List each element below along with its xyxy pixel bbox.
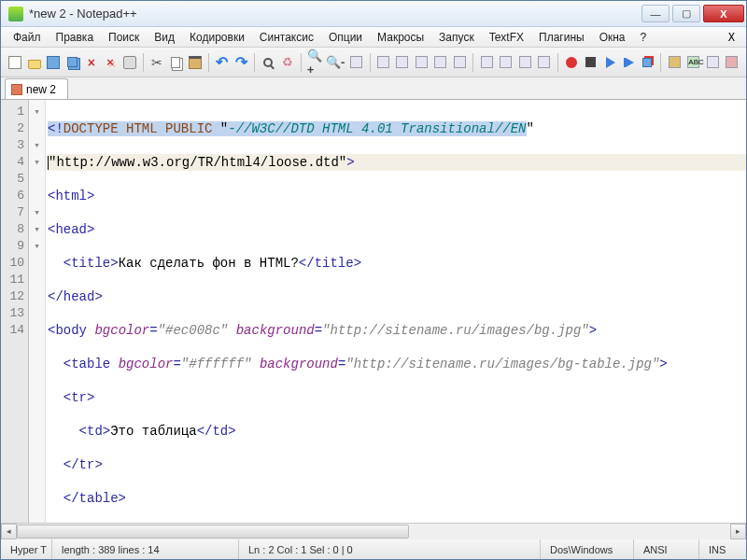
zoom-out-button[interactable]: 🔍- [325, 52, 345, 73]
tab-modified-icon [11, 84, 22, 95]
cut-button[interactable]: ✂ [148, 52, 165, 73]
scroll-left-button[interactable]: ◂ [1, 524, 17, 539]
indent-icon [416, 56, 428, 68]
macro-play-button[interactable] [600, 52, 617, 73]
close-all-button[interactable]: × [102, 52, 119, 73]
fold-marker[interactable]: ▾ [29, 221, 45, 238]
code-line-2[interactable]: "http://www.w3.org/TR/html4/loose.dtd"> [48, 154, 746, 171]
save-all-button[interactable] [63, 52, 80, 73]
hidden-button[interactable] [535, 52, 552, 73]
code-line-12[interactable]: </table> [48, 490, 746, 507]
save-button[interactable] [45, 52, 62, 73]
fold-marker [29, 188, 45, 204]
funclist-button[interactable] [478, 52, 495, 73]
code-line-4[interactable]: <head> [48, 221, 746, 238]
menu-textfx[interactable]: TextFX [483, 29, 530, 46]
scroll-track[interactable] [17, 524, 730, 539]
macro-record-button[interactable] [562, 52, 579, 73]
menu-macros[interactable]: Макросы [371, 29, 430, 46]
code-line-8[interactable]: <table bgcolor="#ffffff" background="htt… [48, 356, 746, 372]
menu-windows[interactable]: Окна [593, 29, 632, 46]
macro-play-multi-button[interactable] [620, 52, 637, 73]
tab-new2[interactable]: new 2 [5, 78, 68, 99]
fold-marker[interactable]: ▾ [29, 154, 45, 171]
extra3-button[interactable] [704, 52, 721, 73]
fold-marker[interactable]: ▾ [29, 204, 45, 221]
fold-button[interactable] [497, 52, 514, 73]
code-line-7[interactable]: <body bgcolor="#ec008c" background="http… [48, 322, 746, 339]
docmap-icon [454, 56, 466, 68]
fold-marker[interactable]: ▾ [29, 104, 45, 120]
maximize-button[interactable]: ▢ [672, 5, 700, 22]
minimize-button[interactable]: — [641, 5, 669, 22]
new-file-button[interactable] [7, 52, 23, 73]
funclist-icon [481, 56, 493, 68]
status-language: Hyper T [1, 539, 52, 559]
menu-encoding[interactable]: Кодировки [183, 29, 251, 46]
sync-vscroll-button[interactable] [347, 52, 364, 73]
copy-button[interactable] [167, 52, 184, 73]
code-line-1[interactable]: <!DOCTYPE HTML PUBLIC "-//W3C//DTD HTML … [48, 120, 746, 137]
line-number: 7 [1, 204, 24, 221]
docmap-button[interactable] [451, 52, 468, 73]
indent-guide-button[interactable] [413, 52, 430, 73]
code-line-6[interactable]: </head> [48, 288, 746, 305]
fold-marker [29, 120, 45, 137]
code-area[interactable]: <!DOCTYPE HTML PUBLIC "-//W3C//DTD HTML … [46, 100, 746, 523]
print-button[interactable] [120, 52, 137, 73]
toolbar-separator [660, 53, 661, 72]
line-number: 10 [1, 255, 24, 272]
scroll-thumb[interactable] [17, 525, 409, 539]
extra4-button[interactable] [723, 52, 740, 73]
replace-button[interactable]: ♻ [279, 52, 296, 73]
code-line-9[interactable]: <tr> [48, 389, 746, 406]
fold-marker [29, 255, 45, 272]
menu-search[interactable]: Поиск [102, 29, 146, 46]
menu-close-x[interactable]: X [723, 31, 740, 44]
allchars-button[interactable] [394, 52, 411, 73]
find-button[interactable] [260, 52, 276, 73]
redo-button[interactable]: ↷ [233, 52, 249, 73]
status-length: length : 389 lines : 14 [52, 539, 239, 559]
code-line-10[interactable]: <td>Это таблица</td> [48, 423, 746, 440]
menu-run[interactable]: Запуск [432, 29, 481, 46]
menu-edit[interactable]: Правка [49, 29, 101, 46]
fold-marker[interactable]: ▾ [29, 137, 45, 154]
close-button[interactable]: X [703, 5, 744, 22]
extra1-icon [669, 56, 681, 68]
zoom-in-button[interactable]: 🔍+ [306, 52, 323, 73]
open-file-button[interactable] [25, 52, 42, 73]
wordwrap-button[interactable] [374, 52, 391, 73]
close-file-icon: × [88, 55, 95, 70]
extra2-button[interactable]: ABC [685, 52, 702, 73]
code-line-3[interactable]: <html> [48, 188, 746, 204]
menu-view[interactable]: Вид [148, 29, 181, 46]
macro-stop-button[interactable] [582, 52, 599, 73]
line-number: 3 [1, 137, 24, 154]
menu-options[interactable]: Опции [322, 29, 369, 46]
wordwrap-icon [377, 56, 389, 68]
close-file-button[interactable]: × [83, 52, 100, 73]
unfold-button[interactable] [516, 52, 533, 73]
save-all-icon [67, 57, 78, 67]
menu-help[interactable]: ? [634, 29, 654, 46]
menu-plugins[interactable]: Плагины [532, 29, 591, 46]
code-line-5[interactable]: <title>Как сделать фон в HTML?</title> [48, 255, 746, 272]
menubar: Файл Правка Поиск Вид Кодировки Синтакси… [1, 27, 746, 48]
scroll-right-button[interactable]: ▸ [730, 524, 746, 539]
code-line-11[interactable]: </tr> [48, 456, 746, 473]
extra2-icon: ABC [687, 56, 699, 68]
paste-button[interactable] [186, 52, 203, 73]
extra1-button[interactable] [666, 52, 683, 73]
menu-file[interactable]: Файл [7, 29, 48, 46]
macro-save-button[interactable] [639, 52, 655, 73]
tabbar: new 2 [1, 77, 746, 100]
userlang-button[interactable] [431, 52, 448, 73]
allchars-icon [396, 56, 408, 68]
fold-gutter: ▾ ▾ ▾ ▾ ▾ ▾ [29, 100, 46, 523]
fold-marker [29, 322, 45, 339]
fold-marker[interactable]: ▾ [29, 238, 45, 255]
undo-button[interactable]: ↶ [214, 52, 231, 73]
toolbar-separator [472, 53, 473, 72]
menu-syntax[interactable]: Синтаксис [253, 29, 320, 46]
